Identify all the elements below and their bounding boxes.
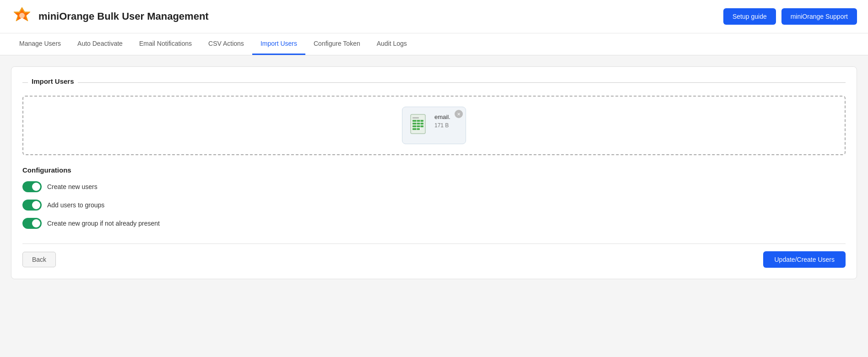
header-left: miniOrange Bulk User Management [11, 5, 209, 27]
setup-guide-button[interactable]: Setup guide [723, 8, 776, 25]
header: miniOrange Bulk User Management Setup gu… [0, 0, 868, 33]
file-preview: email. 171 B ✕ [402, 107, 466, 144]
file-info: email. 171 B [434, 114, 450, 129]
file-size: 171 B [434, 122, 450, 129]
import-users-card: Import Users email. [11, 66, 857, 279]
svg-rect-4 [412, 120, 423, 122]
header-right: Setup guide miniOrange Support [723, 8, 857, 25]
svg-rect-7 [412, 128, 420, 130]
svg-rect-8 [412, 117, 419, 119]
card-title: Import Users [28, 77, 78, 85]
config-item-add-groups: Add users to groups [22, 200, 846, 211]
tab-email-notifications[interactable]: Email Notifications [131, 33, 200, 55]
configurations-title: Configurations [22, 166, 846, 174]
toggle-create-group-slider [22, 218, 42, 229]
config-label-create-group: Create new group if not already present [47, 220, 160, 227]
config-label-create-users: Create new users [47, 183, 98, 190]
toggle-add-groups[interactable] [22, 200, 42, 211]
svg-point-2 [19, 13, 25, 18]
tab-manage-users[interactable]: Manage Users [11, 33, 69, 55]
tab-import-users[interactable]: Import Users [252, 33, 305, 55]
tab-auto-deactivate[interactable]: Auto Deactivate [69, 33, 131, 55]
main-content: Import Users email. [0, 55, 868, 290]
config-item-create-users: Create new users [22, 181, 846, 192]
toggle-create-group[interactable] [22, 218, 42, 229]
tab-configure-token[interactable]: Configure Token [305, 33, 369, 55]
tab-csv-actions[interactable]: CSV Actions [200, 33, 252, 55]
logo-icon [11, 5, 33, 27]
toggle-create-users[interactable] [22, 181, 42, 192]
drop-zone[interactable]: email. 171 B ✕ [22, 96, 846, 155]
support-button[interactable]: miniOrange Support [781, 8, 857, 25]
file-remove-button[interactable]: ✕ [455, 110, 463, 118]
update-create-users-button[interactable]: Update/Create Users [763, 251, 846, 268]
svg-rect-5 [412, 123, 423, 124]
toggle-create-users-slider [22, 181, 42, 192]
config-label-add-groups: Add users to groups [47, 201, 104, 209]
toggle-add-groups-slider [22, 200, 42, 211]
card-footer: Back Update/Create Users [22, 243, 846, 268]
csv-file-icon [410, 114, 430, 137]
svg-rect-6 [412, 125, 423, 127]
app-title: miniOrange Bulk User Management [38, 11, 209, 22]
configurations-section: Configurations Create new users Add user… [22, 166, 846, 229]
file-name: email. [434, 114, 450, 120]
tab-audit-logs[interactable]: Audit Logs [369, 33, 415, 55]
back-button[interactable]: Back [22, 252, 56, 267]
config-item-create-group: Create new group if not already present [22, 218, 846, 229]
nav-tabs: Manage Users Auto Deactivate Email Notif… [0, 33, 868, 55]
